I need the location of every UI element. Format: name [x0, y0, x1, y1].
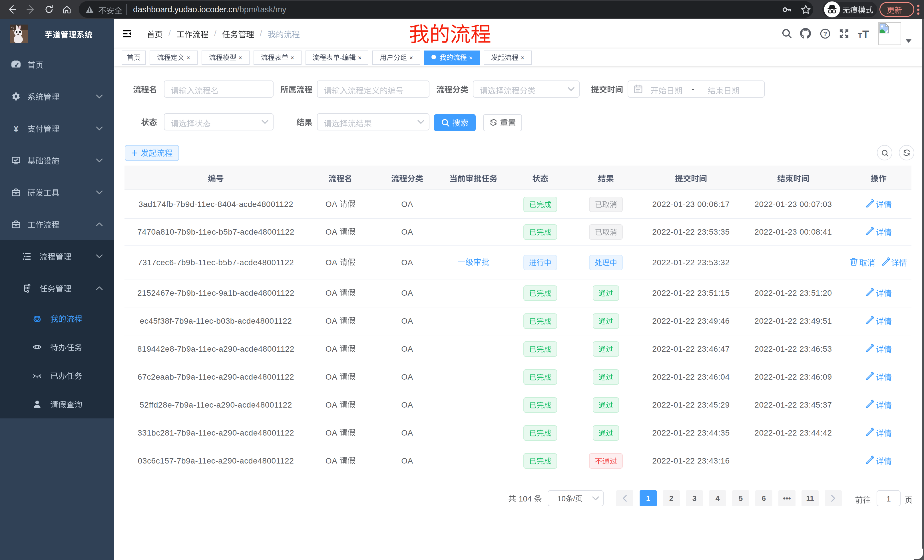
svg-text:?: ?	[823, 30, 827, 37]
svg-text:¥: ¥	[14, 124, 18, 133]
